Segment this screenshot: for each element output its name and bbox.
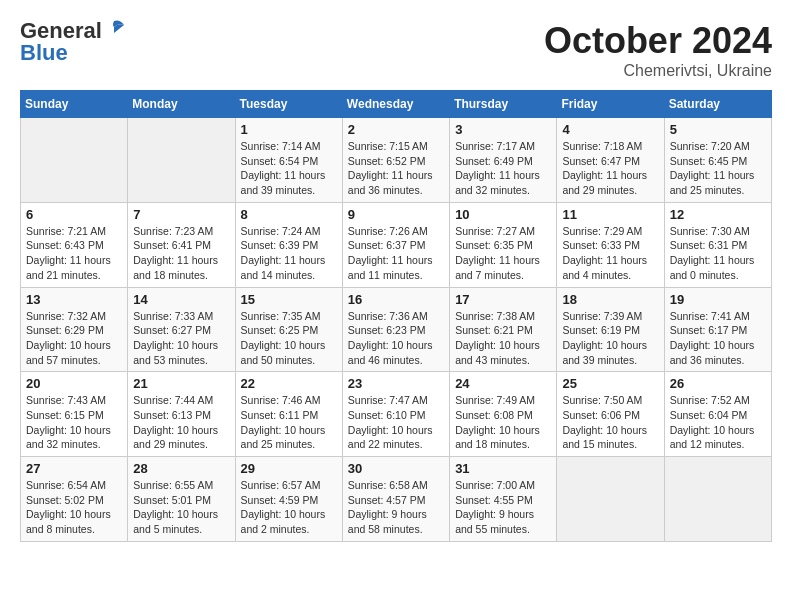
- day-number: 7: [133, 207, 229, 222]
- calendar-cell: 28Sunrise: 6:55 AM Sunset: 5:01 PM Dayli…: [128, 457, 235, 542]
- day-number: 28: [133, 461, 229, 476]
- calendar-cell: 11Sunrise: 7:29 AM Sunset: 6:33 PM Dayli…: [557, 202, 664, 287]
- calendar-cell: 6Sunrise: 7:21 AM Sunset: 6:43 PM Daylig…: [21, 202, 128, 287]
- weekday-header-friday: Friday: [557, 91, 664, 118]
- day-info: Sunrise: 7:20 AM Sunset: 6:45 PM Dayligh…: [670, 139, 766, 198]
- day-number: 19: [670, 292, 766, 307]
- day-number: 31: [455, 461, 551, 476]
- day-info: Sunrise: 7:30 AM Sunset: 6:31 PM Dayligh…: [670, 224, 766, 283]
- day-info: Sunrise: 7:52 AM Sunset: 6:04 PM Dayligh…: [670, 393, 766, 452]
- day-number: 16: [348, 292, 444, 307]
- calendar-cell: 3Sunrise: 7:17 AM Sunset: 6:49 PM Daylig…: [450, 118, 557, 203]
- day-info: Sunrise: 7:17 AM Sunset: 6:49 PM Dayligh…: [455, 139, 551, 198]
- calendar-cell: 24Sunrise: 7:49 AM Sunset: 6:08 PM Dayli…: [450, 372, 557, 457]
- logo: General Blue: [20, 20, 126, 64]
- calendar-cell: 15Sunrise: 7:35 AM Sunset: 6:25 PM Dayli…: [235, 287, 342, 372]
- day-info: Sunrise: 7:50 AM Sunset: 6:06 PM Dayligh…: [562, 393, 658, 452]
- day-number: 12: [670, 207, 766, 222]
- day-number: 30: [348, 461, 444, 476]
- day-number: 9: [348, 207, 444, 222]
- weekday-header-tuesday: Tuesday: [235, 91, 342, 118]
- day-info: Sunrise: 7:26 AM Sunset: 6:37 PM Dayligh…: [348, 224, 444, 283]
- day-info: Sunrise: 7:49 AM Sunset: 6:08 PM Dayligh…: [455, 393, 551, 452]
- day-info: Sunrise: 7:27 AM Sunset: 6:35 PM Dayligh…: [455, 224, 551, 283]
- day-number: 5: [670, 122, 766, 137]
- day-info: Sunrise: 7:36 AM Sunset: 6:23 PM Dayligh…: [348, 309, 444, 368]
- calendar-cell: 16Sunrise: 7:36 AM Sunset: 6:23 PM Dayli…: [342, 287, 449, 372]
- calendar-cell: 17Sunrise: 7:38 AM Sunset: 6:21 PM Dayli…: [450, 287, 557, 372]
- day-info: Sunrise: 7:29 AM Sunset: 6:33 PM Dayligh…: [562, 224, 658, 283]
- day-info: Sunrise: 7:41 AM Sunset: 6:17 PM Dayligh…: [670, 309, 766, 368]
- day-number: 15: [241, 292, 337, 307]
- day-info: Sunrise: 7:33 AM Sunset: 6:27 PM Dayligh…: [133, 309, 229, 368]
- day-number: 25: [562, 376, 658, 391]
- calendar-cell: 21Sunrise: 7:44 AM Sunset: 6:13 PM Dayli…: [128, 372, 235, 457]
- calendar-cell: 4Sunrise: 7:18 AM Sunset: 6:47 PM Daylig…: [557, 118, 664, 203]
- day-info: Sunrise: 7:18 AM Sunset: 6:47 PM Dayligh…: [562, 139, 658, 198]
- day-number: 23: [348, 376, 444, 391]
- day-info: Sunrise: 7:24 AM Sunset: 6:39 PM Dayligh…: [241, 224, 337, 283]
- calendar-cell: 30Sunrise: 6:58 AM Sunset: 4:57 PM Dayli…: [342, 457, 449, 542]
- day-number: 20: [26, 376, 122, 391]
- day-info: Sunrise: 6:57 AM Sunset: 4:59 PM Dayligh…: [241, 478, 337, 537]
- calendar-cell: 18Sunrise: 7:39 AM Sunset: 6:19 PM Dayli…: [557, 287, 664, 372]
- day-number: 14: [133, 292, 229, 307]
- day-number: 27: [26, 461, 122, 476]
- calendar-cell: 10Sunrise: 7:27 AM Sunset: 6:35 PM Dayli…: [450, 202, 557, 287]
- day-info: Sunrise: 7:32 AM Sunset: 6:29 PM Dayligh…: [26, 309, 122, 368]
- day-number: 21: [133, 376, 229, 391]
- day-info: Sunrise: 7:35 AM Sunset: 6:25 PM Dayligh…: [241, 309, 337, 368]
- day-info: Sunrise: 7:00 AM Sunset: 4:55 PM Dayligh…: [455, 478, 551, 537]
- day-info: Sunrise: 7:39 AM Sunset: 6:19 PM Dayligh…: [562, 309, 658, 368]
- day-info: Sunrise: 7:23 AM Sunset: 6:41 PM Dayligh…: [133, 224, 229, 283]
- day-info: Sunrise: 7:38 AM Sunset: 6:21 PM Dayligh…: [455, 309, 551, 368]
- day-number: 10: [455, 207, 551, 222]
- day-info: Sunrise: 6:54 AM Sunset: 5:02 PM Dayligh…: [26, 478, 122, 537]
- logo-bird-icon: [104, 19, 126, 39]
- calendar-cell: 7Sunrise: 7:23 AM Sunset: 6:41 PM Daylig…: [128, 202, 235, 287]
- calendar-cell: 25Sunrise: 7:50 AM Sunset: 6:06 PM Dayli…: [557, 372, 664, 457]
- day-number: 29: [241, 461, 337, 476]
- day-number: 13: [26, 292, 122, 307]
- day-info: Sunrise: 7:44 AM Sunset: 6:13 PM Dayligh…: [133, 393, 229, 452]
- day-info: Sunrise: 6:58 AM Sunset: 4:57 PM Dayligh…: [348, 478, 444, 537]
- page-header: General Blue October 2024 Chemerivtsi, U…: [20, 20, 772, 80]
- day-number: 2: [348, 122, 444, 137]
- calendar-week-row: 20Sunrise: 7:43 AM Sunset: 6:15 PM Dayli…: [21, 372, 772, 457]
- calendar-week-row: 1Sunrise: 7:14 AM Sunset: 6:54 PM Daylig…: [21, 118, 772, 203]
- calendar-cell: 5Sunrise: 7:20 AM Sunset: 6:45 PM Daylig…: [664, 118, 771, 203]
- day-info: Sunrise: 7:46 AM Sunset: 6:11 PM Dayligh…: [241, 393, 337, 452]
- day-info: Sunrise: 7:47 AM Sunset: 6:10 PM Dayligh…: [348, 393, 444, 452]
- weekday-header-sunday: Sunday: [21, 91, 128, 118]
- day-info: Sunrise: 7:14 AM Sunset: 6:54 PM Dayligh…: [241, 139, 337, 198]
- calendar-cell: 14Sunrise: 7:33 AM Sunset: 6:27 PM Dayli…: [128, 287, 235, 372]
- day-number: 8: [241, 207, 337, 222]
- calendar-cell: [128, 118, 235, 203]
- calendar-cell: 29Sunrise: 6:57 AM Sunset: 4:59 PM Dayli…: [235, 457, 342, 542]
- location-subtitle: Chemerivtsi, Ukraine: [544, 62, 772, 80]
- calendar-cell: 31Sunrise: 7:00 AM Sunset: 4:55 PM Dayli…: [450, 457, 557, 542]
- calendar-cell: [664, 457, 771, 542]
- day-info: Sunrise: 7:21 AM Sunset: 6:43 PM Dayligh…: [26, 224, 122, 283]
- weekday-header-thursday: Thursday: [450, 91, 557, 118]
- weekday-header-row: SundayMondayTuesdayWednesdayThursdayFrid…: [21, 91, 772, 118]
- calendar-cell: 12Sunrise: 7:30 AM Sunset: 6:31 PM Dayli…: [664, 202, 771, 287]
- day-number: 18: [562, 292, 658, 307]
- calendar-cell: 8Sunrise: 7:24 AM Sunset: 6:39 PM Daylig…: [235, 202, 342, 287]
- calendar-cell: [21, 118, 128, 203]
- weekday-header-wednesday: Wednesday: [342, 91, 449, 118]
- calendar-cell: 22Sunrise: 7:46 AM Sunset: 6:11 PM Dayli…: [235, 372, 342, 457]
- calendar-table: SundayMondayTuesdayWednesdayThursdayFrid…: [20, 90, 772, 542]
- weekday-header-monday: Monday: [128, 91, 235, 118]
- weekday-header-saturday: Saturday: [664, 91, 771, 118]
- logo-general-text: General: [20, 20, 102, 42]
- calendar-cell: 20Sunrise: 7:43 AM Sunset: 6:15 PM Dayli…: [21, 372, 128, 457]
- calendar-cell: 9Sunrise: 7:26 AM Sunset: 6:37 PM Daylig…: [342, 202, 449, 287]
- day-number: 3: [455, 122, 551, 137]
- day-info: Sunrise: 7:15 AM Sunset: 6:52 PM Dayligh…: [348, 139, 444, 198]
- calendar-cell: 19Sunrise: 7:41 AM Sunset: 6:17 PM Dayli…: [664, 287, 771, 372]
- day-number: 17: [455, 292, 551, 307]
- page-title: October 2024: [544, 20, 772, 62]
- day-number: 6: [26, 207, 122, 222]
- day-info: Sunrise: 6:55 AM Sunset: 5:01 PM Dayligh…: [133, 478, 229, 537]
